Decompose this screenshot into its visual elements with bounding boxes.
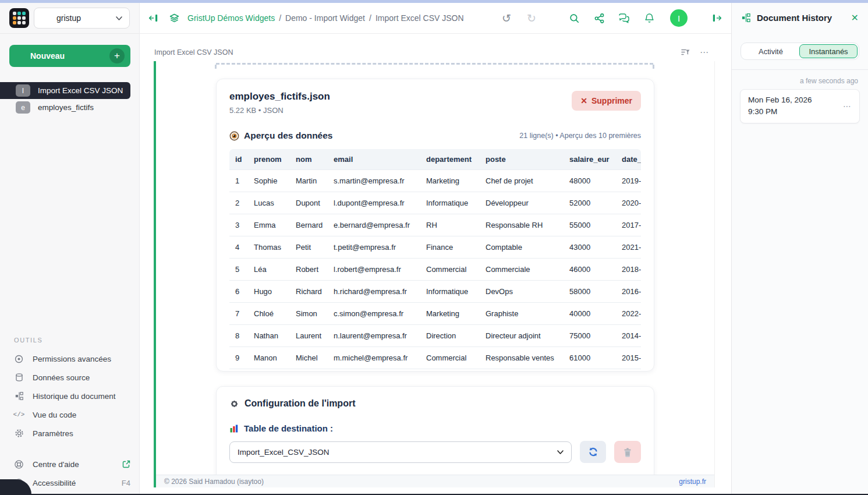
table-cell: h.richard@empresa.fr xyxy=(328,281,420,303)
selected-table-value: Import_Excel_CSV_JSON xyxy=(238,448,330,457)
gear-icon xyxy=(229,399,239,409)
gristup-logo-icon[interactable] xyxy=(9,8,29,28)
tab-instantanes[interactable]: Instantanés xyxy=(799,44,858,58)
delete-button-label: Supprimer xyxy=(591,96,632,105)
logo-dot xyxy=(13,21,16,24)
table-cell: 2018-0 xyxy=(616,259,641,281)
table-cell: Thomas xyxy=(248,236,290,259)
undo-icon[interactable]: ↺ xyxy=(500,12,513,24)
table-cell: 4 xyxy=(229,236,248,259)
gristup-link[interactable]: gristup.fr xyxy=(679,478,706,486)
chevron-down-icon xyxy=(116,16,122,20)
config-header: Configuration de l'import xyxy=(229,398,641,409)
search-icon[interactable] xyxy=(568,12,580,24)
notifications-bell-icon[interactable] xyxy=(643,12,656,24)
sidebar-item-employes-fictifs[interactable]: e employes_fictifs xyxy=(0,99,130,116)
table-cell: Léa xyxy=(248,259,290,281)
table-cell: Martin xyxy=(290,170,328,192)
table-cell: 2021-0 xyxy=(616,236,641,259)
table-cell: Laurent xyxy=(290,325,328,347)
table-cell: 6 xyxy=(229,281,248,303)
sidebar-item-centre-aide[interactable]: Centre d'aide xyxy=(0,455,140,473)
file-card: employes_fictifs.json 5.22 KB • JSON ✕ S… xyxy=(216,79,654,372)
table-cell: 40000 xyxy=(564,303,616,325)
tab-activite[interactable]: Activité xyxy=(742,44,799,58)
table-cell: Michel xyxy=(290,347,328,369)
chat-icon[interactable] xyxy=(618,12,630,24)
tool-label: Historique du document xyxy=(33,392,116,401)
table-cell: Richard xyxy=(290,281,328,303)
file-meta: 5.22 KB • JSON xyxy=(229,106,330,115)
table-cell: 7 xyxy=(229,303,248,325)
table-cell: 5 xyxy=(229,259,248,281)
table-cell: Responsable ventes xyxy=(480,347,564,369)
table-cell: Dupont xyxy=(290,192,328,214)
widget-menu-icon[interactable]: ⋯ xyxy=(700,47,709,58)
destination-table-select[interactable]: Import_Excel_CSV_JSON xyxy=(229,441,572,463)
tools-header: OUTILS xyxy=(0,337,140,349)
share-icon[interactable] xyxy=(593,12,605,24)
table-cell: Emma xyxy=(248,214,290,236)
breadcrumb-page: Import Excel CSV JSON xyxy=(375,13,464,23)
main-header: GristUp Démos Widgets / Demo - Import Wi… xyxy=(140,3,731,34)
table-cell: Direction xyxy=(420,325,480,347)
bar-chart-icon xyxy=(229,424,239,433)
document-history-icon xyxy=(14,391,24,401)
chevron-down-icon xyxy=(557,450,564,454)
widget-active-bar xyxy=(154,61,156,487)
table-cell: 1 xyxy=(229,170,248,192)
preview-table-container: idprenomnomemaildepartementpostesalaire_… xyxy=(229,149,641,369)
table-cell: 9 xyxy=(229,347,248,369)
table-row: 7ChloéSimonc.simon@empresa.frMarketingGr… xyxy=(229,303,641,325)
column-header: nom xyxy=(290,149,328,170)
table-cell: 48000 xyxy=(564,170,616,192)
eye-icon xyxy=(14,354,24,364)
history-tabs: Activité Instantanés xyxy=(741,43,859,60)
table-cell: Manon xyxy=(248,347,290,369)
delete-file-button[interactable]: ✕ Supprimer xyxy=(572,91,641,111)
workspace-selector[interactable]: gristup xyxy=(34,8,130,29)
sidebar-item-import-excel-csv-json[interactable]: I Import Excel CSV JSON xyxy=(0,82,130,99)
snapshot-time-ago: a few seconds ago xyxy=(732,77,858,85)
snapshot-menu-icon[interactable]: ⋯ xyxy=(843,101,852,111)
database-icon xyxy=(14,373,24,383)
table-cell: Hugo xyxy=(248,281,290,303)
table-row: 8NathanLaurentn.laurent@empresa.frDirect… xyxy=(229,325,641,347)
table-cell: t.petit@empresa.fr xyxy=(328,236,420,259)
table-cell: Commerciale xyxy=(480,259,564,281)
snapshot-item[interactable]: Mon Feb 16, 2026 9:30 PM ⋯ xyxy=(740,89,860,123)
breadcrumb-document[interactable]: Demo - Import Widget xyxy=(285,13,365,23)
page-list: I Import Excel CSV JSON e employes_ficti… xyxy=(0,82,130,116)
logo-dot xyxy=(22,16,26,20)
sort-filter-icon[interactable] xyxy=(681,48,690,57)
breadcrumb-separator: / xyxy=(279,13,281,23)
table-cell: 58000 xyxy=(564,281,616,303)
sidebar-item-historique[interactable]: Historique du document xyxy=(0,387,140,405)
table-cell: 8 xyxy=(229,325,248,347)
sidebar-item-parametres[interactable]: Paramètres xyxy=(0,424,140,443)
sidebar-item-donnees-source[interactable]: Données source xyxy=(0,368,140,387)
table-cell: 55000 xyxy=(564,214,616,236)
tool-label: Accessibilité xyxy=(33,479,76,487)
column-header: departement xyxy=(420,149,480,170)
table-cell: 2020-0 xyxy=(616,192,641,214)
sidebar-item-permissions[interactable]: Permissions avancées xyxy=(0,349,140,368)
column-header: email xyxy=(328,149,420,170)
header-right-icons: ↺ ↻ I xyxy=(500,9,723,27)
close-panel-icon[interactable]: ✕ xyxy=(851,12,859,23)
refresh-tables-button[interactable] xyxy=(580,441,607,463)
layers-icon xyxy=(168,12,180,24)
table-cell: Finance xyxy=(420,236,480,259)
delete-table-button[interactable] xyxy=(614,441,641,463)
expand-right-panel-icon[interactable] xyxy=(710,12,723,24)
collapse-left-panel-icon[interactable] xyxy=(147,12,160,24)
column-header: salaire_eur xyxy=(564,149,616,170)
table-cell: n.laurent@empresa.fr xyxy=(328,325,420,347)
sidebar-item-vue-du-code[interactable]: </> Vue du code xyxy=(0,405,140,424)
table-cell: Robert xyxy=(290,259,328,281)
new-button[interactable]: Nouveau + xyxy=(9,45,130,67)
avatar[interactable]: I xyxy=(670,9,688,27)
breadcrumb-workspace[interactable]: GristUp Démos Widgets xyxy=(187,13,275,23)
preview-header: Aperçu des données 21 ligne(s) • Aperçu … xyxy=(229,130,641,141)
redo-icon[interactable]: ↻ xyxy=(525,12,538,24)
